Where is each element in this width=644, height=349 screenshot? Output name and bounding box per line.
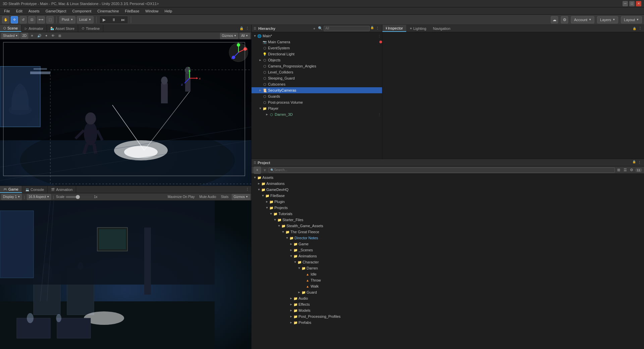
hierarchy-item-player[interactable]: ▼ 📁 Player	[252, 105, 382, 111]
maximize-button[interactable]: □	[629, 1, 635, 6]
grid-toggle[interactable]: ⊞	[57, 34, 62, 38]
proj-item-great-fleece[interactable]: ▼ 📁 The Great Fleece	[252, 229, 644, 235]
proj-item-idle[interactable]: ▲ Idle	[252, 271, 644, 277]
tab-scene[interactable]: ⬡ Scene	[0, 25, 21, 32]
menu-assets[interactable]: Assets	[26, 8, 42, 14]
proj-item-effects[interactable]: ► 📁 Effects	[252, 301, 644, 307]
game-canvas[interactable]	[0, 201, 251, 349]
proj-item-audio[interactable]: ► 📁 Audio	[252, 295, 644, 301]
proj-item-tutorials[interactable]: ▼ 📁 Tutorials	[252, 211, 644, 217]
fx-toggle[interactable]: ✦	[44, 34, 49, 38]
tab-timeline[interactable]: ⏱ Timeline	[78, 25, 103, 32]
hierarchy-item-guards[interactable]: ⬡ Guards	[252, 93, 382, 99]
project-settings[interactable]: ⚙	[629, 167, 634, 173]
proj-item-models[interactable]: ► 📁 Models	[252, 307, 644, 313]
mute-audio[interactable]: Mute Audio	[198, 195, 217, 199]
account-dropdown[interactable]: Account ▼	[571, 16, 594, 23]
hierarchy-item-darren[interactable]: ► ⬡ Darren_3D ⋮	[252, 111, 382, 117]
scene-lock[interactable]: 🔒	[239, 27, 244, 30]
tool-rect[interactable]: ⟷	[37, 16, 45, 23]
menu-help[interactable]: Help	[162, 8, 175, 14]
hierarchy-item-camera-prog[interactable]: ⬡ Camera_Progression_Angles	[252, 63, 382, 69]
pivot-dropdown[interactable]: Pivot ▼	[59, 16, 75, 23]
proj-item-scenes[interactable]: ► 📁 _Scenes	[252, 247, 644, 253]
scale-slider[interactable]	[66, 196, 93, 198]
tool-hand[interactable]: ✋	[2, 16, 9, 23]
stats-toggle[interactable]: Stats	[219, 195, 230, 199]
proj-item-plugin[interactable]: ► 📁 Plugin	[252, 199, 644, 205]
inspector-more[interactable]: ⋮	[637, 26, 643, 31]
project-view2[interactable]: ☰	[623, 167, 628, 173]
scene-canvas[interactable]: X Y Z	[0, 40, 251, 186]
step-button[interactable]: ⏭	[118, 16, 128, 23]
project-more[interactable]: ⋮	[637, 160, 642, 165]
collab-button[interactable]: ☁	[551, 16, 558, 23]
more-darren[interactable]: ⋮	[377, 112, 382, 117]
project-lock[interactable]: 🔒	[632, 160, 636, 165]
tool-scale[interactable]: ⊡	[28, 16, 36, 23]
hierarchy-item-eventsystem[interactable]: ⬡ EventSystem	[252, 45, 382, 51]
tool-move[interactable]: ✥	[11, 16, 18, 23]
proj-item-walk[interactable]: ▲ Walk	[252, 283, 644, 289]
layers-dropdown[interactable]: Layers ▼	[597, 16, 618, 23]
hierarchy-item-main[interactable]: ▼ 🌐 Main* ⋮	[252, 33, 382, 39]
proj-item-post-proc[interactable]: ► 📁 Post_Processing_Profiles	[252, 313, 644, 319]
hierarchy-item-security-cameras[interactable]: ► 📜 SecurityCameras ⋮	[252, 87, 382, 93]
hierarchy-more[interactable]: ⋮	[375, 26, 380, 31]
hierarchy-item-objects[interactable]: ► ⬡ Objects	[252, 57, 382, 63]
minimize-button[interactable]: ─	[623, 1, 628, 6]
hierarchy-item-level-coll[interactable]: ⬡ Level_Colliders	[252, 69, 382, 75]
play-button[interactable]: ▶	[100, 16, 109, 23]
proj-item-director-notes[interactable]: ▼ 📁 Director Notes	[252, 235, 644, 241]
menu-window[interactable]: Window	[143, 8, 161, 14]
hierarchy-lock[interactable]: 🔒	[370, 26, 374, 31]
menu-cinemachine[interactable]: Cinemachine	[95, 8, 121, 14]
gizmos-game-dropdown[interactable]: Gizmos ▼	[232, 194, 250, 200]
menu-file[interactable]: File	[1, 8, 13, 14]
hierarchy-search[interactable]: 🔍	[318, 26, 323, 31]
layout-dropdown[interactable]: Layout ▼	[621, 16, 642, 23]
proj-item-animations-top[interactable]: ► 📁 Animations	[252, 181, 644, 187]
proj-item-animations-nested[interactable]: ▼ 📁 Animations	[252, 253, 644, 259]
menu-component[interactable]: Component	[69, 8, 94, 14]
hidden-toggle[interactable]: 👁	[50, 34, 56, 38]
tool-transform[interactable]: ⬚	[46, 16, 54, 23]
local-dropdown[interactable]: Local ▼	[77, 16, 94, 23]
hierarchy-item-cutscenes[interactable]: ⬡ Cutscenes	[252, 81, 382, 87]
tab-lighting[interactable]: ☀ Lighting	[406, 25, 430, 32]
hierarchy-item-post-process[interactable]: ⬡ Post-process Volume	[252, 99, 382, 105]
tab-navigation[interactable]: Navigation	[430, 25, 454, 32]
pause-button[interactable]: ⏸	[109, 16, 118, 23]
proj-item-stealth-game[interactable]: ▼ 📁 Stealth_Game_Assets	[252, 223, 644, 229]
project-search-input[interactable]	[274, 168, 613, 172]
tab-animation[interactable]: 🎬 Animation	[48, 186, 76, 193]
project-content[interactable]: ▼ 📁 Assets ► 📁 Animations ▼ 📁 GameDevHQ	[252, 174, 644, 349]
hierarchy-item-dir-light[interactable]: 💡 Directional Light	[252, 51, 382, 57]
hierarchy-item-main-camera[interactable]: 📷 Main Camera	[252, 39, 382, 45]
tool-rotate[interactable]: ↺	[19, 16, 27, 23]
proj-item-throw[interactable]: ▲ Throw	[252, 277, 644, 283]
tab-console[interactable]: 💻 Console	[22, 186, 48, 193]
menu-filebase[interactable]: FileBase	[122, 8, 142, 14]
hierarchy-item-sleeping-guard[interactable]: ⬡ Sleeping_Guard	[252, 75, 382, 81]
aspect-dropdown[interactable]: 16.9 Aspect ▼	[27, 194, 51, 200]
menu-edit[interactable]: Edit	[13, 8, 25, 14]
tab-game[interactable]: 🎮 Game	[0, 186, 22, 193]
inspector-lock[interactable]: 🔒	[633, 27, 636, 30]
proj-item-gamedevhq[interactable]: ▼ 📁 GameDevHQ	[252, 187, 644, 193]
services-button[interactable]: ⚙	[561, 16, 568, 23]
proj-item-starter-files[interactable]: ▼ 📁 Starter_Files	[252, 217, 644, 223]
game-more[interactable]: ⋮	[245, 187, 250, 192]
hierarchy-search-input[interactable]	[324, 26, 370, 31]
proj-item-character[interactable]: ▼ 📁 Character	[252, 259, 644, 265]
2d-toggle[interactable]: 2D	[20, 33, 28, 39]
gizmos-dropdown[interactable]: Gizmos ▼	[220, 33, 238, 39]
close-button[interactable]: ✕	[636, 1, 641, 6]
scene-more[interactable]: ⋮	[245, 26, 250, 31]
display-dropdown[interactable]: Display 1 ▼	[1, 194, 22, 200]
shading-dropdown[interactable]: Shaded ▼	[1, 33, 19, 39]
proj-item-filebase[interactable]: ▼ 📁 FileBase	[252, 193, 644, 199]
project-add[interactable]: +	[254, 166, 261, 174]
proj-item-darren[interactable]: ▼ 📁 Darren	[252, 265, 644, 271]
proj-item-projects[interactable]: ▼ 📁 Projects	[252, 205, 644, 211]
